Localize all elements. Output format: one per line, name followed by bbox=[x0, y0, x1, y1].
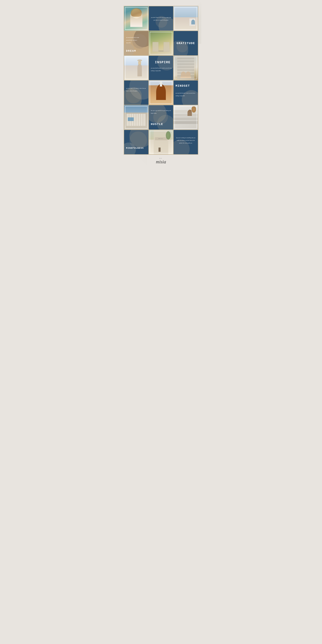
cell-r2c2-chairs-photo bbox=[149, 31, 173, 55]
cell-r6c2-retail-photo: RETAIL bbox=[149, 130, 173, 154]
cell-r3c2-inspire: INSPIRE you must find the place inside y… bbox=[149, 56, 173, 80]
r4c1-quote-text: you don't have to be great to start, but… bbox=[126, 88, 146, 92]
cell-r3c3-curtain-photo bbox=[174, 56, 198, 80]
r2c1-word: DREAM bbox=[126, 50, 136, 52]
cell-r1c1-woman-photo bbox=[124, 6, 148, 30]
r6c1-word: MINDFULNESS bbox=[126, 147, 144, 150]
cell-r6c1-mindfulness: MINDFULNESS bbox=[124, 130, 148, 154]
r2c1-quote-text: you must find the place inside yourself … bbox=[126, 37, 139, 44]
r3c2-quote-text: you must find the place inside yourself … bbox=[151, 68, 172, 72]
r1c2-quote-text: you don't have to be great to start, but… bbox=[151, 17, 171, 21]
cell-r1c3-greece-photo bbox=[174, 6, 198, 30]
r2c3-word: GRATITUDE bbox=[176, 42, 195, 45]
mood-board-grid: you don't have to be great to start, but… bbox=[124, 6, 198, 155]
cell-r5c1-village-photo bbox=[124, 105, 148, 130]
footer-brand: misia bbox=[124, 159, 198, 164]
cell-r4c2-door-photo bbox=[149, 80, 173, 105]
r6c3-quote-text: If you are working on something that you… bbox=[176, 137, 196, 144]
r4c3-quote-text: you must find the place inside yourself … bbox=[176, 92, 195, 96]
r4c3-word: MINDSET bbox=[176, 84, 190, 88]
cell-r3c1-woman-sea-photo bbox=[124, 56, 148, 80]
r5c2-quote-text: the way to get started is to quit talkin… bbox=[151, 110, 171, 114]
cell-r2c1-dream: you must find the place inside yourself … bbox=[124, 31, 148, 55]
cell-r4c1-quote: you don't have to be great to start, but… bbox=[124, 80, 148, 105]
cell-r6c3-quote: If you are working on something that you… bbox=[174, 130, 198, 154]
cell-r5c2-hustle: the way to get started is to quit talkin… bbox=[149, 105, 173, 130]
footer-by: BY bbox=[124, 158, 198, 159]
cell-r5c3-cat-photo bbox=[174, 105, 198, 130]
footer: BY misia bbox=[124, 155, 198, 166]
r3c2-word: INSPIRE bbox=[151, 60, 172, 64]
cell-r4c3-mindset: MINDSET you must find the place inside y… bbox=[174, 80, 198, 105]
cell-r2c3-gratitude: GRATITUDE bbox=[174, 31, 198, 55]
cell-r1c2-quote: you don't have to be great to start, but… bbox=[149, 6, 173, 30]
page-wrapper: you don't have to be great to start, but… bbox=[121, 0, 201, 175]
r5c2-word: HUSTLE bbox=[151, 122, 163, 126]
